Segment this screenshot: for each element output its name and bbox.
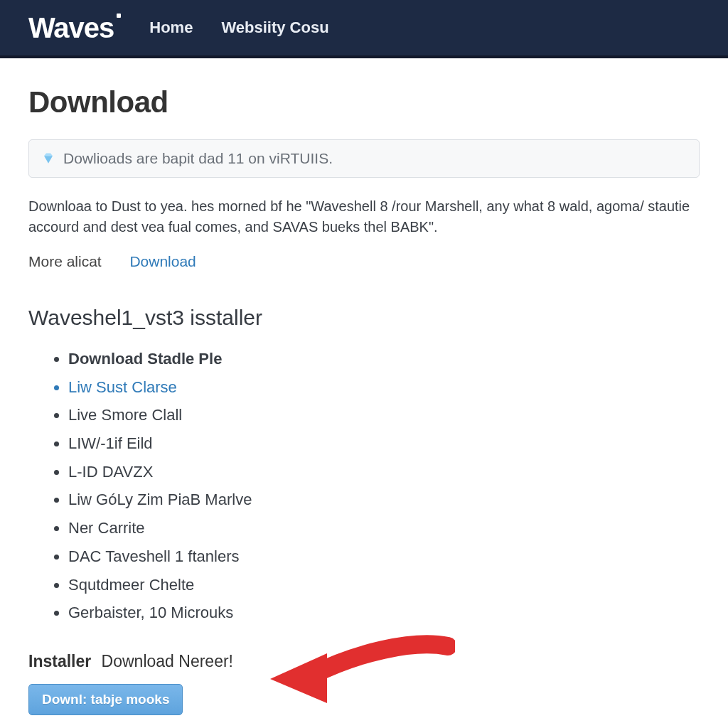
svg-marker-1: [44, 154, 53, 156]
notice-text: Dowlioads are bapit dad 11 on viRTUIIS.: [63, 150, 333, 167]
list-item: Download Stadle Ple: [68, 348, 700, 370]
list-item: Liw GóLy Zim PiaB Marlve: [68, 489, 700, 510]
list-item: LIW/-1if Eild: [68, 433, 700, 454]
main-content: Download Dowlioads are bapit dad 11 on v…: [0, 58, 728, 715]
header-bar: Waves Home Websiity Cosu: [0, 0, 728, 58]
page-title: Download: [28, 85, 700, 119]
list-item: Gerbaister, 10 Microuks: [68, 602, 700, 623]
links-row: More alicat Download: [28, 253, 700, 270]
list-item: DAC Taveshell 1 ftanlers: [68, 546, 700, 567]
section-title: Waveshel1_vst3 isstaller: [28, 306, 700, 330]
svg-marker-0: [44, 156, 53, 164]
installer-line: Installer Download Nereer!: [28, 652, 700, 671]
notice-banner: Dowlioads are bapit dad 11 on viRTUIIS.: [28, 139, 700, 178]
more-label: More alicat: [28, 253, 102, 269]
list-item: Ner Carrite: [68, 518, 700, 539]
list-item: Live Smore Clall: [68, 405, 700, 426]
brand-logo[interactable]: Waves: [28, 12, 114, 44]
list-item: Squtdmeer Chelte: [68, 574, 700, 596]
installer-label: Installer: [28, 652, 91, 670]
callout-arrow-icon: [270, 632, 455, 710]
download-button[interactable]: Downl: tabje mooks: [28, 684, 183, 715]
download-link[interactable]: Download: [129, 253, 196, 269]
nav-home[interactable]: Home: [149, 18, 193, 37]
diamond-icon: [42, 152, 55, 165]
list-item[interactable]: Liw Sust Clarse: [68, 377, 700, 398]
package-list: Download Stadle PleLiw Sust ClarseLive S…: [28, 348, 700, 623]
nav-secondary[interactable]: Websiity Cosu: [221, 18, 328, 37]
installer-text: Download Nereer!: [102, 652, 233, 670]
list-item: L-ID DAVZX: [68, 461, 700, 483]
svg-marker-2: [270, 653, 327, 703]
page-description: Downloaa to Dust to yea. hes morned bf h…: [28, 196, 700, 237]
